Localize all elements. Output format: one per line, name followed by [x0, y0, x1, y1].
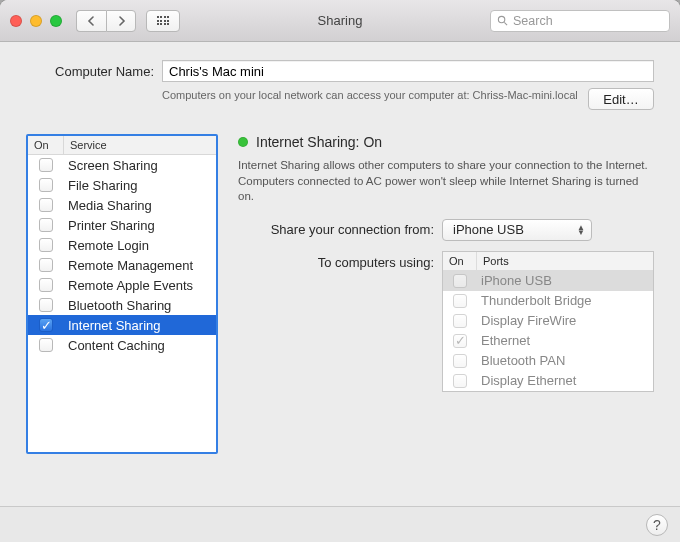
service-label: Screen Sharing — [64, 158, 216, 173]
grid-icon — [157, 16, 170, 25]
chevron-right-icon — [117, 16, 126, 26]
service-label: Media Sharing — [64, 198, 216, 213]
titlebar: Sharing Search — [0, 0, 680, 42]
computer-name-label: Computer Name: — [26, 64, 154, 79]
ports-row: To computers using: On Ports iPhone USBT… — [238, 251, 654, 392]
service-row[interactable]: File Sharing — [28, 175, 216, 195]
status-row: Internet Sharing: On — [238, 134, 654, 150]
service-label: Remote Login — [64, 238, 216, 253]
service-label: File Sharing — [64, 178, 216, 193]
svg-line-1 — [504, 22, 507, 25]
service-row[interactable]: Bluetooth Sharing — [28, 295, 216, 315]
services-header: On Service — [28, 136, 216, 155]
share-from-dropdown[interactable]: iPhone USB ▲▼ — [442, 219, 592, 241]
port-row[interactable]: iPhone USB — [443, 271, 653, 291]
port-checkbox[interactable] — [453, 354, 467, 368]
service-row[interactable]: Remote Login — [28, 235, 216, 255]
help-button[interactable]: ? — [646, 514, 668, 536]
service-row[interactable]: Printer Sharing — [28, 215, 216, 235]
content: Computer Name: Computers on your local n… — [0, 42, 680, 120]
chevron-left-icon — [87, 16, 96, 26]
port-label: Ethernet — [477, 333, 653, 348]
port-row[interactable]: Bluetooth PAN — [443, 351, 653, 371]
service-label: Content Caching — [64, 338, 216, 353]
service-row[interactable]: Content Caching — [28, 335, 216, 355]
detail-area: Internet Sharing: On Internet Sharing al… — [238, 134, 654, 454]
service-row[interactable]: Remote Apple Events — [28, 275, 216, 295]
port-label: Display FireWire — [477, 313, 653, 328]
port-row[interactable]: Display FireWire — [443, 311, 653, 331]
ports-table: On Ports iPhone USBThunderbolt BridgeDis… — [442, 251, 654, 392]
search-placeholder: Search — [513, 14, 553, 28]
service-checkbox[interactable] — [39, 218, 53, 232]
access-info-text: Computers on your local network can acce… — [162, 88, 588, 102]
service-label: Bluetooth Sharing — [64, 298, 216, 313]
service-checkbox[interactable] — [39, 238, 53, 252]
service-checkbox[interactable] — [39, 338, 53, 352]
port-row[interactable]: Display Ethernet — [443, 371, 653, 391]
service-checkbox[interactable] — [39, 158, 53, 172]
services-col-service: Service — [64, 136, 216, 154]
service-checkbox[interactable] — [39, 258, 53, 272]
search-icon — [497, 15, 508, 26]
service-checkbox[interactable]: ✓ — [39, 318, 53, 332]
ports-body[interactable]: iPhone USBThunderbolt BridgeDisplay Fire… — [443, 271, 653, 391]
service-row[interactable]: ✓Internet Sharing — [28, 315, 216, 335]
sharing-prefpane-window: Sharing Search Computer Name: Computers … — [0, 0, 680, 542]
forward-button[interactable] — [106, 10, 136, 32]
services-table: On Service Screen SharingFile SharingMed… — [26, 134, 218, 454]
port-checkbox[interactable]: ✓ — [453, 334, 467, 348]
service-label: Remote Management — [64, 258, 216, 273]
svg-point-0 — [498, 16, 504, 22]
service-row[interactable]: Screen Sharing — [28, 155, 216, 175]
ports-col-ports: Ports — [477, 252, 653, 270]
service-label: Remote Apple Events — [64, 278, 216, 293]
share-from-row: Share your connection from: iPhone USB ▲… — [238, 219, 654, 241]
search-field[interactable]: Search — [490, 10, 670, 32]
service-checkbox[interactable] — [39, 278, 53, 292]
port-row[interactable]: Thunderbolt Bridge — [443, 291, 653, 311]
service-checkbox[interactable] — [39, 178, 53, 192]
updown-icon: ▲▼ — [577, 225, 585, 235]
port-row[interactable]: ✓Ethernet — [443, 331, 653, 351]
service-checkbox[interactable] — [39, 298, 53, 312]
bottom-bar: ? — [0, 506, 680, 542]
port-checkbox[interactable] — [453, 374, 467, 388]
minimize-window-button[interactable] — [30, 15, 42, 27]
computer-name-input[interactable] — [162, 60, 654, 82]
port-label: Bluetooth PAN — [477, 353, 653, 368]
status-dot-icon — [238, 137, 248, 147]
zoom-window-button[interactable] — [50, 15, 62, 27]
window-controls — [10, 15, 62, 27]
services-col-on: On — [28, 136, 64, 154]
edit-hostname-button[interactable]: Edit… — [588, 88, 654, 110]
port-label: iPhone USB — [477, 273, 653, 288]
services-body[interactable]: Screen SharingFile SharingMedia SharingP… — [28, 155, 216, 452]
status-description: Internet Sharing allows other computers … — [238, 158, 654, 205]
show-all-button[interactable] — [146, 10, 180, 32]
main-area: On Service Screen SharingFile SharingMed… — [0, 134, 680, 470]
status-title: Internet Sharing: On — [256, 134, 382, 150]
service-row[interactable]: Remote Management — [28, 255, 216, 275]
computer-name-row: Computer Name: — [26, 60, 654, 82]
service-label: Internet Sharing — [64, 318, 216, 333]
back-button[interactable] — [76, 10, 106, 32]
service-label: Printer Sharing — [64, 218, 216, 233]
port-checkbox[interactable] — [453, 314, 467, 328]
to-computers-label: To computers using: — [238, 251, 434, 270]
service-row[interactable]: Media Sharing — [28, 195, 216, 215]
share-from-value: iPhone USB — [453, 222, 524, 237]
ports-col-on: On — [443, 252, 477, 270]
close-window-button[interactable] — [10, 15, 22, 27]
ports-header: On Ports — [443, 252, 653, 271]
port-label: Thunderbolt Bridge — [477, 293, 653, 308]
port-checkbox[interactable] — [453, 274, 467, 288]
share-from-label: Share your connection from: — [238, 222, 434, 237]
port-label: Display Ethernet — [477, 373, 653, 388]
port-checkbox[interactable] — [453, 294, 467, 308]
nav-buttons — [76, 10, 136, 32]
info-row: Computers on your local network can acce… — [26, 88, 654, 110]
service-checkbox[interactable] — [39, 198, 53, 212]
